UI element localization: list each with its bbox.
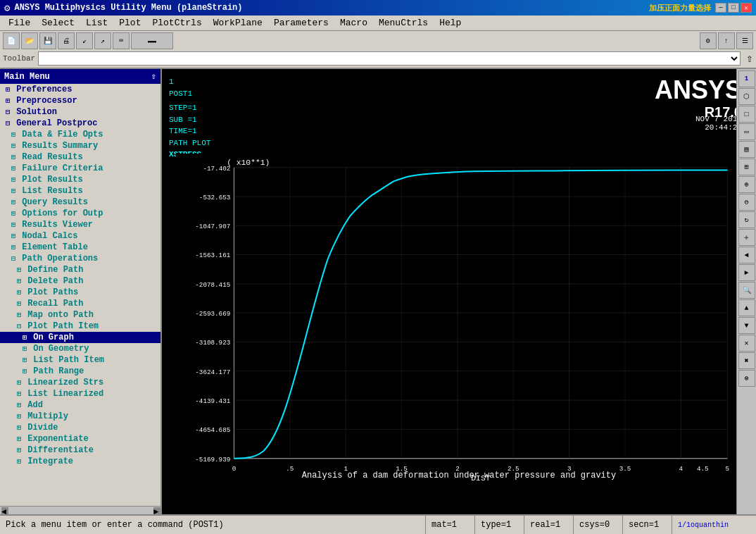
tree-path-operations[interactable]: ⊟ Path Operations (0, 253, 160, 264)
menu-parameters[interactable]: Parameters (268, 16, 334, 30)
icon-rotate[interactable]: ↻ (738, 211, 755, 228)
h-scrollbar[interactable]: ◄ ► (0, 506, 160, 514)
icon-axes[interactable]: ⊗ (738, 370, 755, 387)
tree-integrate[interactable]: ⊞ Integrate (0, 456, 160, 467)
menu-list[interactable]: List (80, 16, 113, 30)
tb-export[interactable]: ↗ (94, 32, 111, 49)
tb-cmd[interactable]: ⌨ (113, 32, 130, 49)
tree-multiply[interactable]: ⊞ Multiply (0, 411, 160, 422)
icon-arrow-left[interactable]: ◄ (738, 247, 755, 263)
toolbar-combo[interactable] (38, 51, 741, 66)
tb-tool2[interactable]: ↑ (718, 32, 735, 49)
panel-header: Main Menu ⇧ (0, 69, 160, 84)
expand-icon: ⊞ (17, 423, 21, 432)
icon-up[interactable]: ▲ (738, 299, 755, 316)
expand-icon: ⊞ (17, 401, 21, 409)
menu-help[interactable]: Help (434, 16, 467, 30)
tree-nodal-calcs[interactable]: ⊞ Nodal Calcs (0, 230, 160, 242)
tree-map-onto-path[interactable]: ⊞ Map onto Path (0, 309, 160, 321)
tree-on-graph[interactable]: ⊞ On Graph (0, 332, 160, 343)
ansys-name: ANSYS (655, 76, 742, 104)
tb-tool3[interactable]: ☰ (736, 32, 753, 49)
icon-front[interactable]: □ (738, 106, 755, 123)
icon-side[interactable]: ▭ (738, 123, 755, 140)
icon-settings[interactable]: ✕ (738, 335, 755, 352)
tree-plot-results[interactable]: ⊞ Plot Results (0, 174, 160, 185)
tb-new[interactable]: 📄 (3, 32, 20, 49)
tree-data-file-opts[interactable]: ⊞ Data & File Opts (0, 129, 160, 140)
tb-extra1[interactable]: ▬▬ (131, 32, 173, 49)
icon-top[interactable]: ▤ (738, 141, 755, 158)
menu-workplane[interactable]: WorkPlane (208, 16, 268, 30)
toolbar-row1: 📄 📂 💾 🖨 ↙ ↗ ⌨ ▬▬ ⚙ ↑ ☰ (0, 31, 756, 51)
tree-divide[interactable]: ⊞ Divide (0, 422, 160, 433)
tree-exponentiate[interactable]: ⊞ Exponentiate (0, 433, 160, 445)
tree-query-results[interactable]: ⊞ Query Results (0, 197, 160, 208)
tb-save[interactable]: 💾 (39, 32, 56, 49)
panel-collapse-icon[interactable]: ⇧ (151, 71, 156, 82)
icon-extra[interactable]: ✖ (738, 352, 755, 369)
tree-list-results[interactable]: ⊞ List Results (0, 185, 160, 197)
tree-results-summary[interactable]: ⊞ Results Summary (0, 140, 160, 151)
icon-isometric[interactable]: ⬡ (738, 88, 755, 105)
tree-delete-path[interactable]: ⊞ Delete Path (0, 275, 160, 287)
ansys-datetime: NOV 7 2019 20:44:25 (695, 115, 742, 132)
tree-preprocessor[interactable]: ⊞ Preprocessor (0, 95, 160, 106)
close-button[interactable]: ✕ (741, 3, 752, 13)
tree-solution[interactable]: ⊟ Solution (0, 106, 160, 118)
tree-differentiate[interactable]: ⊞ Differentiate (0, 445, 160, 456)
tree-plot-path-item[interactable]: ⊟ Plot Path Item (0, 321, 160, 332)
menu-plotctrls[interactable]: PlotCtrls (146, 16, 207, 30)
tree-general-postproc[interactable]: ⊟ General Postproc (0, 118, 160, 129)
tree-options-outp[interactable]: ⊞ Options for Outp (0, 208, 160, 219)
icon-zoom-out[interactable]: ⊖ (738, 194, 755, 211)
icon-pan[interactable]: ✛ (738, 229, 755, 246)
menu-file[interactable]: File (3, 16, 36, 30)
expand-icon: ⊞ (17, 435, 21, 443)
tree-list-path-item[interactable]: ⊞ List Path Item (0, 354, 160, 366)
tree-on-geometry[interactable]: ⊞ On Geometry (0, 343, 160, 354)
tb-import[interactable]: ↙ (76, 32, 93, 49)
scroll-left[interactable]: ◄ (1, 507, 8, 514)
tree-failure-criteria[interactable]: ⊞ Failure Criteria (0, 163, 160, 174)
collapse-icon: ⊟ (17, 322, 21, 330)
icon-zoom-in[interactable]: ⊕ (738, 176, 755, 193)
icon-1[interactable]: 1 (738, 70, 755, 87)
tb-tool1[interactable]: ⚙ (700, 32, 717, 49)
tree-preferences[interactable]: ⊞ Preferences (0, 84, 160, 95)
expand-icon: ⊞ (17, 412, 21, 421)
tree-path-range[interactable]: ⊞ Path Range (0, 366, 160, 377)
tb-print[interactable]: 🖨 (58, 32, 75, 49)
menu-menuctrls[interactable]: MenuCtrls (373, 16, 434, 30)
icon-fit[interactable]: ⊞ (738, 159, 755, 175)
tb-open[interactable]: 📂 (21, 32, 38, 49)
tree-plot-paths[interactable]: ⊞ Plot Paths (0, 287, 160, 298)
tree-read-results[interactable]: ⊞ Read Results (0, 151, 160, 163)
svg-text:-4654.685: -4654.685 (195, 426, 230, 434)
tree-recall-path[interactable]: ⊞ Recall Path (0, 298, 160, 309)
expand-icon: ⊞ (17, 288, 21, 297)
expand-icon: ⊞ (17, 266, 21, 274)
expand-icon: ⊞ (11, 130, 15, 139)
tree-list-linearized[interactable]: ⊞ List Linearized (0, 388, 160, 399)
tree-linearized-strs[interactable]: ⊞ Linearized Strs (0, 377, 160, 388)
icon-arrow-right[interactable]: ► (738, 264, 755, 281)
tree-results-viewer[interactable]: ⊞ Results Viewer (0, 219, 160, 230)
expand-icon: ⊞ (17, 390, 21, 398)
tree-add[interactable]: ⊞ Add (0, 399, 160, 411)
tree-scroll[interactable]: ⊞ Preferences ⊞ Preprocessor ⊟ Solution … (0, 84, 160, 506)
maximize-button[interactable]: □ (728, 3, 739, 13)
menu-select[interactable]: Select (36, 16, 80, 30)
icon-zoom-box[interactable]: 🔍 (738, 282, 755, 299)
toolbar-collapse[interactable]: ⇧ (746, 51, 753, 66)
window-title: ANSYS Multiphysics Utility Menu (planeSt… (14, 3, 645, 13)
tree-element-table[interactable]: ⊞ Element Table (0, 242, 160, 253)
minimize-button[interactable]: ─ (715, 3, 726, 13)
expand-icon: ⊞ (17, 299, 21, 308)
menu-macro[interactable]: Macro (334, 16, 373, 30)
toolbar-label: Toolbar (3, 54, 35, 63)
scroll-right[interactable]: ► (153, 507, 160, 514)
tree-define-path[interactable]: ⊞ Define Path (0, 264, 160, 275)
menu-plot[interactable]: Plot (113, 16, 146, 30)
icon-down[interactable]: ▼ (738, 317, 755, 334)
